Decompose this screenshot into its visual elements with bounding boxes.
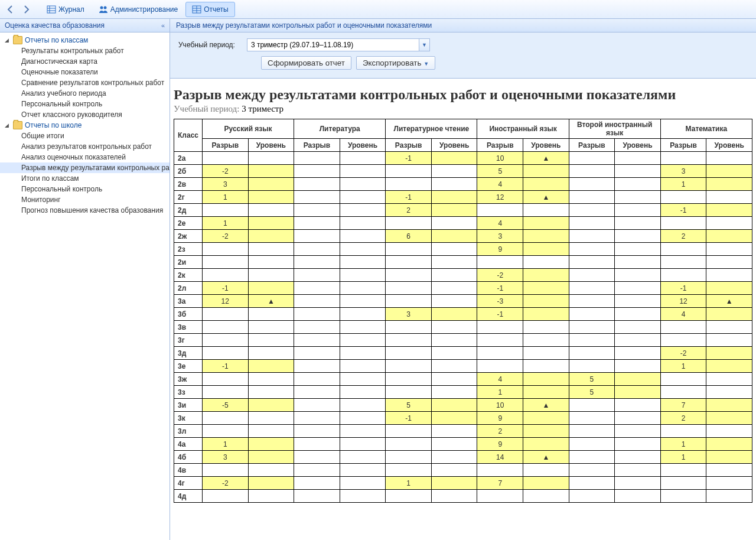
cell-level <box>431 321 477 334</box>
tree-group[interactable]: ◢Отчеты по школе <box>0 120 170 131</box>
cell-gap: 10 <box>477 399 523 412</box>
cell-gap <box>294 464 340 477</box>
cell-gap: -1 <box>386 152 432 165</box>
cell-class: 3д <box>174 347 203 360</box>
tree-item[interactable]: Персональный контроль <box>0 99 170 109</box>
cell-gap <box>569 347 615 360</box>
cell-gap: 10 <box>477 152 523 165</box>
cell-gap: 14 <box>477 451 523 464</box>
nav-back-button[interactable] <box>4 2 18 17</box>
cell-level <box>248 399 294 412</box>
cell-level <box>248 152 294 165</box>
col-subject-header: Математика <box>660 119 752 139</box>
cell-gap <box>294 425 340 438</box>
cell-level <box>248 334 294 347</box>
cell-level <box>706 178 752 191</box>
cell-level <box>340 243 386 256</box>
cell-gap <box>294 243 340 256</box>
cell-gap <box>569 269 615 282</box>
export-button[interactable]: Экспортировать▼ <box>356 56 435 70</box>
tree-item[interactable]: Персональный контроль <box>0 184 170 194</box>
generate-report-button[interactable]: Сформировать отчет <box>261 56 351 70</box>
cell-gap <box>294 230 340 243</box>
cell-gap <box>569 412 615 425</box>
tab-journal[interactable]: Журнал <box>40 2 91 17</box>
cell-level <box>523 438 569 451</box>
cell-gap <box>569 399 615 412</box>
cell-level: ▲ <box>248 295 294 308</box>
tree-item[interactable]: Прогноз повышения качества образования <box>0 205 170 216</box>
cell-gap: 2 <box>477 425 523 438</box>
table-row: 2к-2 <box>174 269 752 282</box>
tree-item[interactable]: Диагностическая карта <box>0 56 170 67</box>
cell-level <box>523 347 569 360</box>
cell-level <box>431 464 477 477</box>
tree-group[interactable]: ◢Отчеты по классам <box>0 35 170 45</box>
cell-level <box>340 269 386 282</box>
cell-level: ▲ <box>706 295 752 308</box>
cell-gap <box>477 204 523 217</box>
cell-level <box>340 230 386 243</box>
cell-gap <box>386 243 432 256</box>
cell-level <box>523 165 569 178</box>
cell-gap <box>203 269 249 282</box>
tree-item[interactable]: Анализ учебного периода <box>0 88 170 99</box>
tree-item[interactable]: Разрыв между результатами контрольных ра… <box>0 162 170 173</box>
tree-item[interactable]: Мониторинг <box>0 194 170 205</box>
table-row: 3е-11 <box>174 360 752 373</box>
cell-gap <box>569 204 615 217</box>
tree-item[interactable]: Оценочные показатели <box>0 67 170 77</box>
arrow-right-icon <box>21 5 31 14</box>
combo-trigger-button[interactable]: ▼ <box>419 39 429 51</box>
cell-level <box>431 178 477 191</box>
tab-admin[interactable]: Администрирование <box>92 2 184 17</box>
cell-class: 4в <box>174 464 203 477</box>
cell-level <box>523 204 569 217</box>
cell-gap <box>569 282 615 295</box>
tree-item[interactable]: Анализ оценочных показателей <box>0 152 170 162</box>
col-sub-header: Разрыв <box>477 139 523 152</box>
tree-item[interactable]: Итоги по классам <box>0 173 170 184</box>
period-input[interactable] <box>247 41 419 49</box>
sidebar-header: Оценка качества образования « <box>0 19 170 32</box>
cell-level <box>615 464 661 477</box>
tree-item-label: Разрыв между результатами контрольных ра… <box>21 164 170 172</box>
cell-gap <box>569 477 615 490</box>
cell-gap: 3 <box>477 230 523 243</box>
cell-level <box>706 490 752 503</box>
tab-label: Отчеты <box>204 5 228 14</box>
period-combo[interactable]: ▼ <box>247 38 430 51</box>
cell-gap <box>569 425 615 438</box>
table-row: 2б-253 <box>174 165 752 178</box>
cell-level <box>248 256 294 269</box>
tree-item-label: Анализ оценочных показателей <box>21 153 126 161</box>
cell-level <box>615 308 661 321</box>
collapse-sidebar-button[interactable]: « <box>161 22 165 29</box>
tree-item[interactable]: Анализ результатов контрольных работ <box>0 141 170 152</box>
cell-gap <box>203 373 249 386</box>
cell-gap <box>386 464 432 477</box>
cell-level <box>431 451 477 464</box>
cell-level <box>248 204 294 217</box>
tab-reports[interactable]: Отчеты <box>185 2 234 17</box>
nav-forward-button[interactable] <box>19 2 33 17</box>
col-sub-header: Уровень <box>248 139 294 152</box>
table-row: 2а-110▲ <box>174 152 752 165</box>
cell-level <box>431 256 477 269</box>
col-sub-header: Разрыв <box>386 139 432 152</box>
cell-class: 4д <box>174 490 203 503</box>
cell-level <box>706 399 752 412</box>
cell-gap <box>294 178 340 191</box>
cell-level <box>340 412 386 425</box>
cell-gap: -2 <box>660 347 706 360</box>
cell-level <box>523 334 569 347</box>
tree-item[interactable]: Сравнение результатов контрольных работ <box>0 77 170 88</box>
cell-gap: -3 <box>477 295 523 308</box>
tree-item[interactable]: Отчет классного руководителя <box>0 109 170 120</box>
table-row: 3а12▲-312▲ <box>174 295 752 308</box>
tree-item[interactable]: Результаты контрольных работ <box>0 45 170 56</box>
cell-level <box>431 191 477 204</box>
tree-item[interactable]: Общие итоги <box>0 131 170 141</box>
cell-level <box>615 178 661 191</box>
cell-level <box>248 321 294 334</box>
